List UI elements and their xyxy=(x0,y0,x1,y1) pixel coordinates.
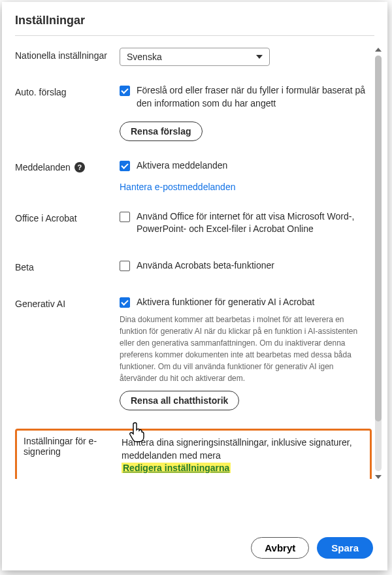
cancel-button[interactable]: Avbryt xyxy=(251,537,309,559)
dialog-body: Nationella inställningar Svenska Auto. f… xyxy=(2,41,387,525)
beta-text: Använda Acrobats beta-funktioner xyxy=(137,259,274,272)
office-checkbox[interactable] xyxy=(120,212,130,222)
label-locale: Nationella inställningar xyxy=(15,48,120,61)
save-button[interactable]: Spara xyxy=(317,537,373,559)
label-office: Office i Acrobat xyxy=(15,210,120,223)
messages-checkbox[interactable] xyxy=(120,161,130,171)
row-autosuggest: Auto. förslag Föreslå ord eller fraser n… xyxy=(15,84,372,141)
edit-esign-settings-link[interactable]: Redigera inställningarna xyxy=(122,463,231,473)
label-autosuggest: Auto. förslag xyxy=(15,84,120,97)
dialog-header: Inställningar xyxy=(2,2,387,35)
scroll-down-arrow-icon[interactable] xyxy=(375,475,382,479)
messages-text: Aktivera meddelanden xyxy=(137,159,227,172)
scroll-area[interactable]: Nationella inställningar Svenska Auto. f… xyxy=(15,48,387,479)
dialog-footer: Avbryt Spara xyxy=(2,525,387,570)
row-messages: Meddelanden ? Aktivera meddelanden Hante… xyxy=(15,159,372,192)
genai-checkbox[interactable] xyxy=(120,297,130,308)
help-icon[interactable]: ? xyxy=(74,162,85,172)
scroll-thumb[interactable] xyxy=(375,56,382,421)
scrollbar[interactable] xyxy=(373,48,384,479)
esign-highlight-box: Inställningar för e-signering Hantera di… xyxy=(15,429,372,479)
row-genai: Generativ AI Aktivera funktioner för gen… xyxy=(15,296,372,411)
autosuggest-text: Föreslå ord eller fraser när du fyller i… xyxy=(137,84,372,110)
clear-suggestions-button[interactable]: Rensa förslag xyxy=(120,122,203,141)
clear-chat-history-button[interactable]: Rensa all chatthistorik xyxy=(120,391,239,410)
office-text: Använd Office för internet för att visa … xyxy=(137,210,372,236)
manage-emails-link[interactable]: Hantera e-postmeddelanden xyxy=(120,182,235,192)
row-locale: Nationella inställningar Svenska xyxy=(15,48,372,66)
beta-checkbox[interactable] xyxy=(120,261,130,271)
genai-help: Dina dokument kommer att bearbetas i mol… xyxy=(120,314,372,384)
label-esign: Inställningar för e-signering xyxy=(24,436,122,457)
locale-select[interactable]: Svenska xyxy=(120,48,270,66)
row-beta: Beta Använda Acrobats beta-funktioner xyxy=(15,259,372,278)
label-genai: Generativ AI xyxy=(15,296,120,309)
esign-desc: Hantera dina signeringsinställningar, in… xyxy=(122,436,363,463)
dialog-title: Inställningar xyxy=(15,14,374,27)
locale-value: Svenska xyxy=(127,52,162,62)
row-office: Office i Acrobat Använd Office för inter… xyxy=(15,210,372,241)
label-messages-text: Meddelanden xyxy=(15,162,71,172)
scroll-track[interactable] xyxy=(375,56,382,471)
label-messages: Meddelanden ? xyxy=(15,159,120,172)
autosuggest-checkbox[interactable] xyxy=(120,86,130,96)
settings-dialog: Inställningar Nationella inställningar S… xyxy=(2,2,387,570)
header-divider xyxy=(15,35,374,36)
genai-text: Aktivera funktioner för generativ AI i A… xyxy=(137,296,314,309)
label-beta: Beta xyxy=(15,259,120,272)
chevron-down-icon xyxy=(256,55,263,59)
scroll-up-arrow-icon[interactable] xyxy=(375,48,382,52)
